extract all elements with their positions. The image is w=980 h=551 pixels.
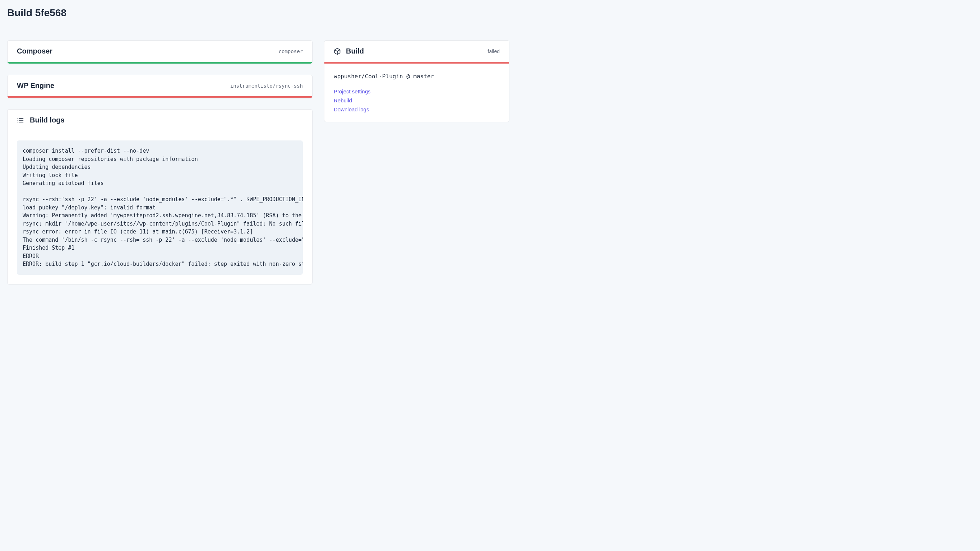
status-bar-success (8, 62, 312, 64)
step-meta: instrumentisto/rsync-ssh (230, 83, 303, 89)
rebuild-link[interactable]: Rebuild (334, 97, 500, 103)
build-header: Build failed (325, 41, 509, 62)
main-column: Composer composer WP Engine instrumentis… (7, 40, 313, 295)
svg-point-5 (18, 122, 18, 122)
step-card-wpengine[interactable]: WP Engine instrumentisto/rsync-ssh (7, 75, 313, 98)
build-logs-content[interactable]: composer install --prefer-dist --no-dev … (17, 140, 303, 275)
build-repo: wppusher/Cool-Plugin @ master (334, 73, 500, 80)
step-title: WP Engine (17, 81, 54, 90)
layout: Composer composer WP Engine instrumentis… (7, 40, 973, 295)
build-status: failed (488, 49, 500, 54)
svg-point-3 (18, 118, 18, 119)
status-bar-failed (8, 96, 312, 98)
build-links: Project settings Rebuild Download logs (334, 88, 500, 113)
step-title: Composer (17, 47, 52, 55)
build-logs-card: Build logs composer install --prefer-dis… (7, 109, 313, 284)
build-logs-title: Build logs (30, 116, 65, 124)
cube-icon (334, 48, 341, 55)
list-icon (17, 117, 24, 124)
download-logs-link[interactable]: Download logs (334, 106, 500, 113)
svg-point-4 (18, 120, 18, 120)
build-info-card: Build failed wppusher/Cool-Plugin @ mast… (324, 40, 509, 122)
project-settings-link[interactable]: Project settings (334, 88, 500, 94)
step-meta: composer (279, 49, 303, 54)
build-logs-header: Build logs (8, 110, 312, 131)
build-title: Build (346, 47, 364, 55)
page-title: Build 5fe568 (7, 7, 973, 19)
step-card-composer[interactable]: Composer composer (7, 40, 313, 64)
side-column: Build failed wppusher/Cool-Plugin @ mast… (324, 40, 509, 295)
